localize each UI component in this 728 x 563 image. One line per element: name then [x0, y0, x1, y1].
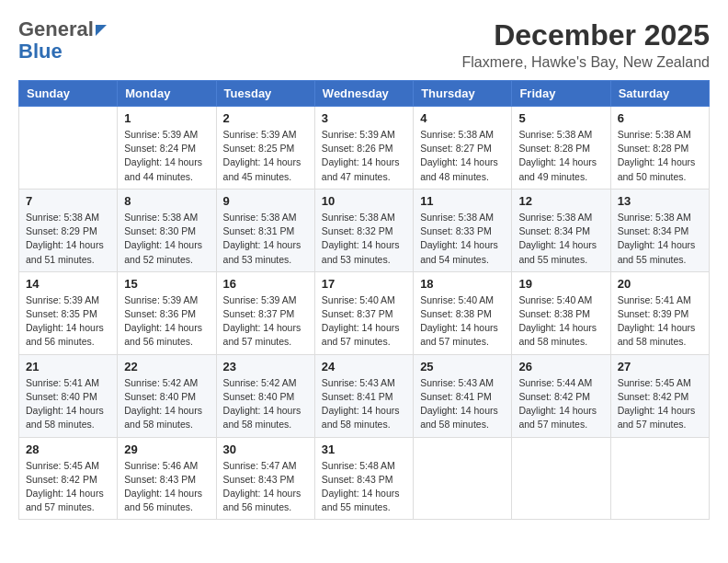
calendar-table: SundayMondayTuesdayWednesdayThursdayFrid…: [18, 80, 710, 520]
calendar-cell: 17Sunrise: 5:40 AM Sunset: 8:37 PM Dayli…: [314, 271, 413, 354]
day-number: 27: [618, 360, 702, 373]
calendar-cell: 19Sunrise: 5:40 AM Sunset: 8:38 PM Dayli…: [512, 271, 610, 354]
day-info: Sunrise: 5:38 AM Sunset: 8:28 PM Dayligh…: [618, 128, 702, 184]
day-number: 12: [518, 194, 603, 208]
day-info: Sunrise: 5:44 AM Sunset: 8:42 PM Dayligh…: [518, 376, 603, 432]
day-info: Sunrise: 5:41 AM Sunset: 8:39 PM Dayligh…: [618, 293, 702, 350]
day-info: Sunrise: 5:38 AM Sunset: 8:30 PM Dayligh…: [124, 211, 209, 267]
calendar-cell: 23Sunrise: 5:42 AM Sunset: 8:40 PM Dayli…: [216, 354, 314, 437]
calendar-cell: 13Sunrise: 5:38 AM Sunset: 8:34 PM Dayli…: [610, 189, 709, 271]
day-info: Sunrise: 5:48 AM Sunset: 8:43 PM Dayligh…: [322, 459, 406, 515]
day-info: Sunrise: 5:39 AM Sunset: 8:36 PM Dayligh…: [124, 293, 209, 350]
day-number: 29: [124, 442, 209, 456]
calendar-cell: 26Sunrise: 5:44 AM Sunset: 8:42 PM Dayli…: [512, 354, 610, 437]
logo: General Blue: [18, 18, 107, 63]
day-number: 25: [420, 360, 505, 373]
calendar-week-row: 7Sunrise: 5:38 AM Sunset: 8:29 PM Daylig…: [19, 189, 710, 271]
day-info: Sunrise: 5:40 AM Sunset: 8:38 PM Dayligh…: [518, 293, 603, 350]
day-info: Sunrise: 5:38 AM Sunset: 8:28 PM Dayligh…: [518, 128, 603, 184]
calendar-cell: 27Sunrise: 5:45 AM Sunset: 8:42 PM Dayli…: [610, 354, 709, 437]
day-info: Sunrise: 5:40 AM Sunset: 8:38 PM Dayligh…: [420, 293, 505, 350]
day-number: 8: [124, 194, 209, 208]
day-info: Sunrise: 5:38 AM Sunset: 8:27 PM Dayligh…: [420, 128, 505, 184]
day-number: 2: [223, 111, 308, 125]
calendar-cell: 25Sunrise: 5:43 AM Sunset: 8:41 PM Dayli…: [414, 354, 512, 437]
day-number: 7: [26, 194, 110, 208]
calendar-cell: 12Sunrise: 5:38 AM Sunset: 8:34 PM Dayli…: [512, 189, 610, 271]
calendar-cell: 2Sunrise: 5:39 AM Sunset: 8:25 PM Daylig…: [216, 107, 314, 190]
calendar-cell: 4Sunrise: 5:38 AM Sunset: 8:27 PM Daylig…: [414, 107, 512, 190]
month-title: December 2025: [461, 18, 710, 52]
calendar-header-sunday: Sunday: [19, 81, 118, 107]
day-number: 10: [322, 194, 406, 208]
day-number: 23: [223, 360, 308, 373]
logo-blue: Blue: [18, 40, 63, 63]
day-info: Sunrise: 5:38 AM Sunset: 8:29 PM Dayligh…: [26, 211, 110, 267]
day-number: 16: [223, 277, 308, 291]
calendar-header-wednesday: Wednesday: [314, 81, 413, 107]
logo-general: General: [18, 18, 94, 40]
location-title: Flaxmere, Hawke's Bay, New Zealand: [461, 54, 710, 71]
calendar-cell: 30Sunrise: 5:47 AM Sunset: 8:43 PM Dayli…: [216, 437, 314, 520]
day-number: 1: [124, 111, 209, 125]
day-number: 22: [124, 360, 209, 373]
day-number: 9: [223, 194, 308, 208]
calendar-week-row: 14Sunrise: 5:39 AM Sunset: 8:35 PM Dayli…: [19, 271, 710, 354]
day-info: Sunrise: 5:38 AM Sunset: 8:34 PM Dayligh…: [618, 211, 702, 267]
day-info: Sunrise: 5:42 AM Sunset: 8:40 PM Dayligh…: [124, 376, 209, 432]
calendar-header-friday: Friday: [512, 81, 610, 107]
calendar-cell: 11Sunrise: 5:38 AM Sunset: 8:33 PM Dayli…: [414, 189, 512, 271]
calendar-cell: [610, 437, 709, 520]
page-header: General Blue December 2025 Flaxmere, Haw…: [18, 18, 710, 71]
day-info: Sunrise: 5:40 AM Sunset: 8:37 PM Dayligh…: [322, 293, 406, 350]
calendar-header-monday: Monday: [118, 81, 216, 107]
calendar-cell: 15Sunrise: 5:39 AM Sunset: 8:36 PM Dayli…: [118, 271, 216, 354]
logo-triangle-icon: [96, 25, 107, 36]
day-number: 17: [322, 277, 406, 291]
day-info: Sunrise: 5:45 AM Sunset: 8:42 PM Dayligh…: [618, 376, 702, 432]
calendar-cell: 9Sunrise: 5:38 AM Sunset: 8:31 PM Daylig…: [216, 189, 314, 271]
calendar-header-tuesday: Tuesday: [216, 81, 314, 107]
day-number: 11: [420, 194, 505, 208]
day-info: Sunrise: 5:47 AM Sunset: 8:43 PM Dayligh…: [223, 459, 308, 515]
day-info: Sunrise: 5:38 AM Sunset: 8:32 PM Dayligh…: [322, 211, 406, 267]
day-info: Sunrise: 5:39 AM Sunset: 8:37 PM Dayligh…: [223, 293, 308, 350]
calendar-cell: 16Sunrise: 5:39 AM Sunset: 8:37 PM Dayli…: [216, 271, 314, 354]
day-number: 24: [322, 360, 406, 373]
calendar-header-saturday: Saturday: [610, 81, 709, 107]
calendar-cell: 14Sunrise: 5:39 AM Sunset: 8:35 PM Dayli…: [19, 271, 118, 354]
calendar-cell: 29Sunrise: 5:46 AM Sunset: 8:43 PM Dayli…: [118, 437, 216, 520]
calendar-cell: 22Sunrise: 5:42 AM Sunset: 8:40 PM Dayli…: [118, 354, 216, 437]
calendar-week-row: 28Sunrise: 5:45 AM Sunset: 8:42 PM Dayli…: [19, 437, 710, 520]
day-number: 13: [618, 194, 702, 208]
calendar-cell: [414, 437, 512, 520]
calendar-cell: 21Sunrise: 5:41 AM Sunset: 8:40 PM Dayli…: [19, 354, 118, 437]
day-info: Sunrise: 5:46 AM Sunset: 8:43 PM Dayligh…: [124, 459, 209, 515]
calendar-cell: [512, 437, 610, 520]
calendar-week-row: 1Sunrise: 5:39 AM Sunset: 8:24 PM Daylig…: [19, 107, 710, 190]
day-number: 15: [124, 277, 209, 291]
calendar-cell: 8Sunrise: 5:38 AM Sunset: 8:30 PM Daylig…: [118, 189, 216, 271]
calendar-cell: [19, 107, 118, 190]
day-info: Sunrise: 5:39 AM Sunset: 8:24 PM Dayligh…: [124, 128, 209, 184]
calendar-cell: 7Sunrise: 5:38 AM Sunset: 8:29 PM Daylig…: [19, 189, 118, 271]
day-info: Sunrise: 5:41 AM Sunset: 8:40 PM Dayligh…: [26, 376, 110, 432]
day-number: 4: [420, 111, 505, 125]
day-info: Sunrise: 5:42 AM Sunset: 8:40 PM Dayligh…: [223, 376, 308, 432]
day-number: 26: [518, 360, 603, 373]
day-info: Sunrise: 5:39 AM Sunset: 8:26 PM Dayligh…: [322, 128, 406, 184]
day-number: 30: [223, 442, 308, 456]
calendar-header-row: SundayMondayTuesdayWednesdayThursdayFrid…: [19, 81, 710, 107]
day-number: 14: [26, 277, 110, 291]
day-number: 6: [618, 111, 702, 125]
calendar-cell: 20Sunrise: 5:41 AM Sunset: 8:39 PM Dayli…: [610, 271, 709, 354]
day-info: Sunrise: 5:43 AM Sunset: 8:41 PM Dayligh…: [420, 376, 505, 432]
day-number: 28: [26, 442, 110, 456]
day-number: 31: [322, 442, 406, 456]
calendar-cell: 6Sunrise: 5:38 AM Sunset: 8:28 PM Daylig…: [610, 107, 709, 190]
calendar-cell: 1Sunrise: 5:39 AM Sunset: 8:24 PM Daylig…: [118, 107, 216, 190]
day-info: Sunrise: 5:43 AM Sunset: 8:41 PM Dayligh…: [322, 376, 406, 432]
calendar-cell: 18Sunrise: 5:40 AM Sunset: 8:38 PM Dayli…: [414, 271, 512, 354]
calendar-header-thursday: Thursday: [414, 81, 512, 107]
day-number: 3: [322, 111, 406, 125]
